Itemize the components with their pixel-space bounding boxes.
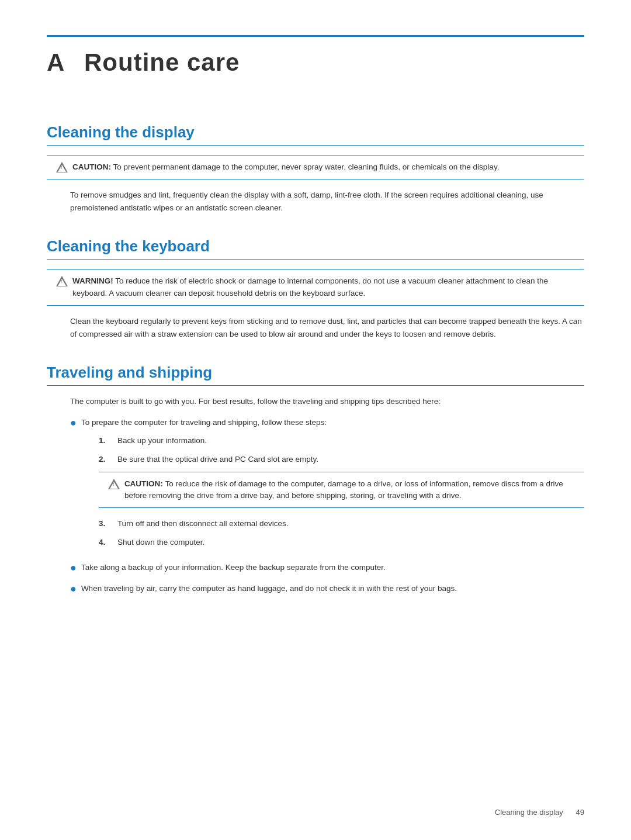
list-item: 1. Back up your information. <box>99 434 584 447</box>
caution-text-display: CAUTION: To prevent permanent damage to … <box>72 161 499 173</box>
list-item: 2. Be sure that the optical drive and PC… <box>99 453 584 466</box>
bullet-icon-2: ● <box>70 561 77 575</box>
exclaim-mark-warn: ! <box>61 279 62 284</box>
travel-bullet-list: ● To prepare the computer for traveling … <box>47 416 584 596</box>
numbered-list-2: 3. Turn off and then disconnect all exte… <box>81 517 584 548</box>
page-footer: Cleaning the display 49 <box>495 808 584 817</box>
triangle-outer-nested: ! <box>108 479 120 489</box>
bullet-text-2: Take along a backup of your information.… <box>81 561 386 574</box>
bullet-text-1: To prepare the computer for traveling an… <box>81 418 327 427</box>
nested-caution-box: ! CAUTION: To reduce the risk of damage … <box>99 472 584 509</box>
section-traveling-shipping: Traveling and shipping The computer is b… <box>47 364 584 596</box>
num-text-3: Turn off and then disconnect all externa… <box>117 517 289 530</box>
list-item: 4. Shut down the computer. <box>99 536 584 549</box>
num-4: 4. <box>99 536 110 549</box>
caution-content-display: To prevent permanent damage to the compu… <box>113 163 500 171</box>
nested-caution-text: CAUTION: To reduce the risk of damage to… <box>124 478 575 502</box>
triangle-outer: ! <box>56 162 68 172</box>
footer-page: 49 <box>576 808 584 817</box>
caution-icon-display: ! <box>56 162 68 172</box>
nested-caution-label: CAUTION: <box>124 479 163 488</box>
chapter-letter: A <box>47 49 65 76</box>
bullet-icon-1: ● <box>70 416 77 430</box>
nested-caution-wrap: ! CAUTION: To reduce the risk of damage … <box>81 472 584 509</box>
warning-text-keyboard: WARNING! To reduce the risk of electric … <box>72 275 575 299</box>
num-text-1: Back up your information. <box>117 434 207 447</box>
page: A Routine care Cleaning the display ! CA… <box>0 0 631 840</box>
travel-intro-text: The computer is built to go with you. Fo… <box>47 395 584 408</box>
num-text-2: Be sure that the optical drive and PC Ca… <box>117 453 318 466</box>
body-text-display: To remove smudges and lint, frequently c… <box>47 189 584 214</box>
bullet-icon-3: ● <box>70 582 77 596</box>
triangle-outer-warn: ! <box>56 276 68 286</box>
list-item: 3. Turn off and then disconnect all exte… <box>99 517 584 530</box>
num-1: 1. <box>99 434 110 447</box>
exclaim-nested: ! <box>113 482 114 486</box>
bullet-content-1: To prepare the computer for traveling an… <box>81 416 584 554</box>
footer-text: Cleaning the display <box>495 808 563 817</box>
bullet-text-3: When traveling by air, carry the compute… <box>81 582 457 595</box>
chapter-title-text: Routine care <box>84 49 240 76</box>
num-3: 3. <box>99 517 110 530</box>
footer-spacer <box>565 808 573 817</box>
section-title-traveling: Traveling and shipping <box>47 364 584 386</box>
section-title-cleaning-display: Cleaning the display <box>47 123 584 146</box>
chapter-header: A Routine care <box>47 35 584 77</box>
nested-caution-content: To reduce the risk of damage to the comp… <box>124 479 563 500</box>
exclaim-mark: ! <box>61 165 62 170</box>
numbered-list-1: 1. Back up your information. 2. Be sure … <box>81 434 584 465</box>
section-cleaning-display: Cleaning the display ! CAUTION: To preve… <box>47 123 584 214</box>
chapter-title: A Routine care <box>47 49 584 77</box>
list-item: ● Take along a backup of your informatio… <box>70 561 584 575</box>
section-cleaning-keyboard: Cleaning the keyboard ! WARNING! To redu… <box>47 237 584 340</box>
section-title-cleaning-keyboard: Cleaning the keyboard <box>47 237 584 260</box>
warning-box-keyboard: ! WARNING! To reduce the risk of electri… <box>47 269 584 306</box>
nested-caution-icon: ! <box>108 479 120 489</box>
warning-body-keyboard: To reduce the risk of electric shock or … <box>72 276 548 297</box>
num-text-4: Shut down the computer. <box>117 536 204 549</box>
list-item: ● When traveling by air, carry the compu… <box>70 582 584 596</box>
caution-box-display: ! CAUTION: To prevent permanent damage t… <box>47 155 584 179</box>
caution-label-display: CAUTION: <box>72 163 111 171</box>
num-2: 2. <box>99 453 110 466</box>
warning-icon-keyboard: ! <box>56 276 68 286</box>
warning-label-keyboard: WARNING! <box>72 276 113 285</box>
list-item: ● To prepare the computer for traveling … <box>70 416 584 554</box>
body-text-keyboard: Clean the keyboard regularly to prevent … <box>47 315 584 340</box>
